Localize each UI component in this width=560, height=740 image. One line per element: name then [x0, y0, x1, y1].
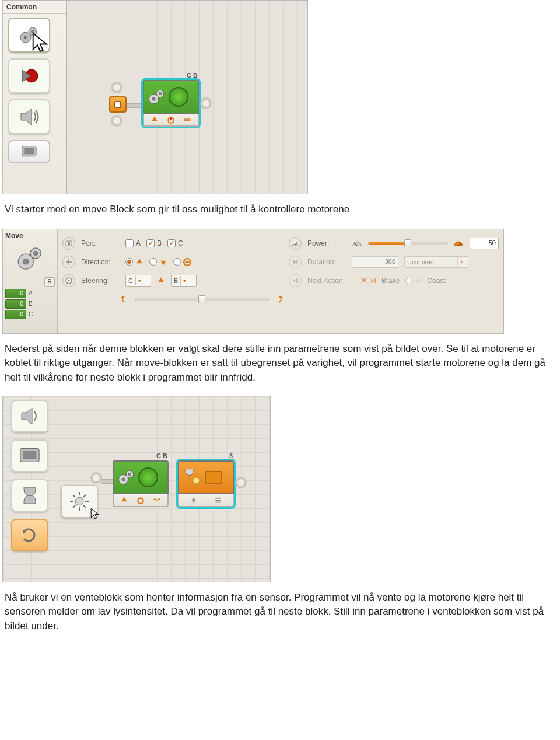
paragraph-1: Vi starter med en move Block som gir til…	[5, 203, 555, 217]
chevron-down-icon: ▾	[180, 276, 188, 285]
svg-point-10	[159, 92, 162, 95]
sequence-start[interactable]	[109, 96, 127, 113]
direction-icon	[62, 256, 75, 268]
brake-radio[interactable]: Brake	[360, 277, 400, 285]
palette-display-block[interactable]	[8, 140, 50, 163]
duration-icon	[289, 256, 302, 268]
arrow-up-icon	[120, 496, 128, 504]
duration-mode-select[interactable]: Unlimited▾	[404, 256, 468, 268]
port-c-label: C	[29, 311, 36, 317]
svg-line-31	[83, 505, 86, 508]
duration-row: Duration: 360 Unlimited▾	[289, 253, 499, 271]
record-play-icon	[16, 64, 43, 88]
power-label: Power:	[307, 239, 346, 247]
port-b-value: 0	[5, 299, 26, 309]
beam-connector-end	[235, 477, 247, 488]
steering-label: Steering:	[81, 277, 120, 285]
infinity-icon	[183, 116, 191, 124]
svg-point-39	[193, 477, 200, 484]
steering-icon	[62, 274, 75, 287]
palette-record-block[interactable]	[8, 58, 50, 93]
paragraph-2: Nederst på siden når denne blokken er va…	[5, 342, 555, 385]
port-a-checkbox[interactable]: A	[125, 239, 141, 247]
arrow-up-icon	[135, 258, 144, 266]
screenshot-move-config-panel: Move R 0A 0B 0C Port: A B C Direction:	[2, 229, 504, 334]
svg-rect-19	[186, 261, 190, 262]
arrow-down-icon	[159, 258, 167, 266]
palette-display-block[interactable]	[11, 439, 48, 472]
port-c-value: 0	[5, 310, 26, 319]
palette-loop-block[interactable]	[11, 519, 48, 551]
direction-stop-radio[interactable]	[173, 258, 191, 266]
port-label: Port:	[81, 239, 120, 247]
reset-tab[interactable]: R	[44, 277, 55, 287]
steering-right-select[interactable]: B▾	[171, 275, 197, 287]
steering-row: Steering: C▾ B▾	[62, 271, 284, 290]
coast-icon	[415, 277, 425, 284]
move-block-ports-label: C B	[156, 452, 167, 459]
power-max-icon	[453, 239, 464, 247]
svg-point-21	[68, 280, 70, 281]
port-c-checkbox[interactable]: C	[167, 239, 183, 247]
gears-icon	[13, 243, 48, 274]
palette-sound-block[interactable]	[11, 400, 48, 432]
palette-sound-block[interactable]	[8, 99, 50, 134]
svg-point-14	[23, 259, 28, 264]
svg-point-25	[75, 497, 83, 505]
block-palette: Common	[3, 1, 67, 194]
port-a-label: A	[29, 290, 36, 296]
duration-value-field[interactable]: 360	[352, 256, 398, 268]
direction-label: Direction:	[81, 258, 120, 266]
screenshot-nxt-canvas-1: Common	[2, 0, 308, 194]
steer-left-icon	[120, 295, 129, 303]
paragraph-3: Nå bruker vi en venteblokk som henter in…	[5, 591, 555, 634]
move-block-ports-label: C B	[187, 72, 198, 79]
hourglass-light-icon	[181, 467, 202, 488]
svg-point-36	[122, 477, 125, 480]
power-icon	[289, 237, 302, 250]
light-sensor-icon	[68, 490, 91, 513]
next-action-row: Next Action: Brake Coast	[289, 271, 499, 290]
cursor-icon	[27, 32, 54, 55]
power-value-field[interactable]: 50	[470, 238, 499, 249]
wait-output-tab	[205, 471, 222, 484]
wait-light-block[interactable]: 3	[178, 460, 234, 507]
direction-backward-radio[interactable]	[149, 258, 167, 266]
beam-segment	[127, 103, 143, 108]
palette-wait-block[interactable]	[11, 479, 48, 512]
list-icon	[214, 496, 222, 504]
power-slider[interactable]	[368, 242, 447, 245]
config-title: Move	[5, 232, 55, 240]
speaker-icon	[16, 105, 43, 128]
config-left-pane: Move R 0A 0B 0C	[3, 229, 58, 333]
screenshot-nxt-canvas-2: C B 3	[2, 396, 271, 582]
steering-left-select[interactable]: C▾	[125, 275, 151, 287]
arrow-up-icon	[150, 116, 159, 124]
port-readout: R 0A 0B 0C	[5, 277, 55, 319]
arrow-up-icon	[157, 277, 165, 285]
coast-radio[interactable]: Coast	[405, 277, 445, 285]
port-b-checkbox[interactable]: B	[146, 239, 162, 247]
steering-slider[interactable]	[135, 298, 269, 301]
move-block[interactable]: C B	[143, 80, 199, 127]
beam-segment	[101, 479, 113, 484]
direction-forward-radio[interactable]	[125, 258, 144, 266]
palette-move-block[interactable]	[8, 18, 50, 53]
svg-point-37	[128, 473, 131, 476]
speaker-icon	[16, 404, 43, 428]
wait-sensor-flyout[interactable]	[61, 485, 97, 518]
chevron-down-icon: ▾	[135, 276, 144, 285]
cursor-icon	[90, 508, 100, 521]
svg-line-32	[83, 495, 86, 497]
svg-point-15	[33, 251, 37, 255]
move-direction-indicator	[138, 467, 158, 487]
svg-point-44	[192, 498, 195, 502]
power-dial-icon	[136, 496, 145, 504]
power-min-icon	[352, 239, 362, 247]
beam-connector-end	[200, 97, 212, 109]
next-action-label: Next Action:	[307, 277, 354, 285]
infinity-icon	[153, 496, 161, 504]
move-block[interactable]: C B	[113, 460, 169, 507]
svg-point-9	[152, 97, 155, 100]
svg-line-30	[73, 495, 75, 497]
